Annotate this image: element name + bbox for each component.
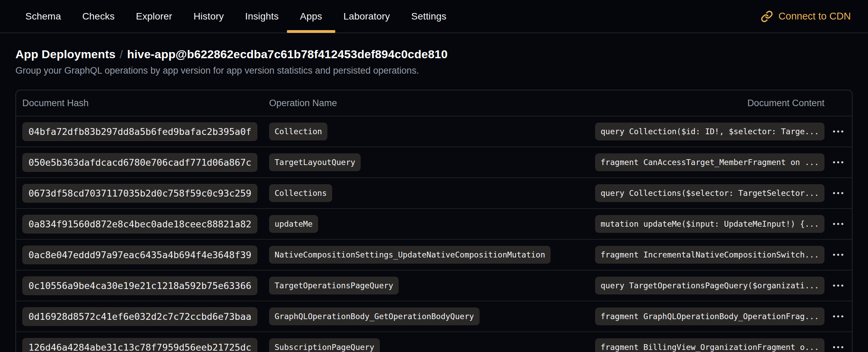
document-hash-pill: 04bfa72dfb83b297dd8a5b6fed9bafac2b395a0f xyxy=(22,122,257,141)
tab-laboratory[interactable]: Laboratory xyxy=(343,0,390,33)
document-content-pill: query Collections($selector: TargetSelec… xyxy=(595,184,824,202)
tab-apps[interactable]: Apps xyxy=(300,0,322,33)
breadcrumb-section[interactable]: App Deployments xyxy=(15,48,116,61)
table-row: 0c10556a9be4ca30e19e21c1218a592b75e63366… xyxy=(16,271,852,301)
table-row: 126d46a4284abe31c13c78f7959d56eeb21725dc… xyxy=(16,332,852,352)
row-menu-button[interactable] xyxy=(830,188,846,198)
tab-checks[interactable]: Checks xyxy=(82,0,115,33)
table-body: 04bfa72dfb83b297dd8a5b6fed9bafac2b395a0f… xyxy=(16,116,852,352)
operation-name-pill: NativeCompositionSettings_UpdateNativeCo… xyxy=(269,246,551,264)
operation-name-pill: SubscriptionPageQuery xyxy=(269,338,380,352)
document-content-pill: fragment GraphQLOperationBody_OperationF… xyxy=(595,307,824,325)
connect-to-cdn-label: Connect to CDN xyxy=(779,11,851,22)
ellipsis-horizontal-icon xyxy=(833,130,843,133)
breadcrumb: App Deployments/hive-app@b622862ecdba7c6… xyxy=(15,48,853,61)
table-header-row: Document Hash Operation Name Document Co… xyxy=(16,90,852,116)
document-hash-pill: 0673df58cd7037117035b2d0c758f59c0c93c259 xyxy=(22,184,257,203)
primary-nav: Schema Checks Explorer History Insights … xyxy=(25,0,446,33)
row-menu-button[interactable] xyxy=(830,250,846,260)
ellipsis-horizontal-icon xyxy=(833,315,843,317)
ellipsis-horizontal-icon xyxy=(833,223,843,225)
row-menu-button[interactable] xyxy=(830,342,846,352)
ellipsis-horizontal-icon xyxy=(833,285,843,287)
table-row: 0a834f91560d872e8c4bec0ade18ceec88821a82… xyxy=(16,209,852,240)
document-content-pill: query TargetOperationsPageQuery($organiz… xyxy=(595,277,824,294)
row-menu-button[interactable] xyxy=(830,219,846,229)
breadcrumb-separator: / xyxy=(120,48,123,61)
operation-name-pill: GraphQLOperationBody_GetOperationBodyQue… xyxy=(269,307,480,325)
table-row: 0673df58cd7037117035b2d0c758f59c0c93c259… xyxy=(16,178,852,209)
tab-settings[interactable]: Settings xyxy=(411,0,447,33)
row-menu-button[interactable] xyxy=(830,126,846,137)
tab-history[interactable]: History xyxy=(193,0,224,33)
operation-name-pill: Collection xyxy=(269,123,327,140)
ellipsis-horizontal-icon xyxy=(833,254,843,256)
document-hash-pill: 0d16928d8572c41ef6e032d2c7c72ccbd6e73baa xyxy=(22,307,257,326)
document-hash-pill: 126d46a4284abe31c13c78f7959d56eeb21725dc xyxy=(22,338,257,352)
document-content-pill: query Collection($id: ID!, $selector: Ta… xyxy=(595,123,824,140)
tab-explorer[interactable]: Explorer xyxy=(136,0,172,33)
deployments-table: Document Hash Operation Name Document Co… xyxy=(15,90,853,352)
tab-insights[interactable]: Insights xyxy=(245,0,279,33)
table-row: 0ac8e047eddd97a97eac6435a4b694f4e3648f39… xyxy=(16,240,852,271)
app-deployment-page: App Deployments/hive-app@b622862ecdba7c6… xyxy=(0,48,868,352)
column-header-document-content: Document Content xyxy=(747,98,824,109)
table-row: 050e5b363dafdcacd6780e706cadf771d06a867c… xyxy=(16,147,852,178)
operation-name-pill: Collections xyxy=(269,184,332,202)
column-header-operation-name: Operation Name xyxy=(269,98,584,109)
table-row: 04bfa72dfb83b297dd8a5b6fed9bafac2b395a0f… xyxy=(16,116,852,147)
ellipsis-horizontal-icon xyxy=(833,192,843,194)
operation-name-pill: TargetOperationsPageQuery xyxy=(269,277,399,294)
operation-name-pill: TargetLayoutQuery xyxy=(269,153,361,171)
document-content-pill: fragment CanAccessTarget_MemberFragment … xyxy=(595,153,824,171)
document-content-pill: fragment BillingView_OrganizationFragmen… xyxy=(595,338,824,352)
document-hash-pill: 0c10556a9be4ca30e19e21c1218a592b75e63366 xyxy=(22,276,257,295)
document-hash-pill: 0a834f91560d872e8c4bec0ade18ceec88821a82 xyxy=(22,215,257,234)
table-row: 0d16928d8572c41ef6e032d2c7c72ccbd6e73baa… xyxy=(16,301,852,332)
tab-schema[interactable]: Schema xyxy=(25,0,61,33)
document-content-pill: fragment IncrementalNativeCompositionSwi… xyxy=(595,246,824,264)
row-menu-button[interactable] xyxy=(830,157,846,167)
document-content-pill: mutation updateMe($input: UpdateMeInput!… xyxy=(595,215,824,233)
ellipsis-horizontal-icon xyxy=(833,161,843,163)
row-menu-button[interactable] xyxy=(830,280,846,291)
top-navigation: Schema Checks Explorer History Insights … xyxy=(0,0,868,33)
column-header-document-hash: Document Hash xyxy=(22,98,269,109)
page-subtitle: Group your GraphQL operations by app ver… xyxy=(15,65,853,76)
breadcrumb-app-id: hive-app@b622862ecdba7c61b78f412453def89… xyxy=(127,48,448,61)
row-menu-button[interactable] xyxy=(830,311,846,322)
document-hash-pill: 0ac8e047eddd97a97eac6435a4b694f4e3648f39 xyxy=(22,246,257,264)
connect-to-cdn-button[interactable]: Connect to CDN xyxy=(759,10,853,23)
ellipsis-horizontal-icon xyxy=(833,346,843,348)
link-icon xyxy=(761,10,773,23)
document-hash-pill: 050e5b363dafdcacd6780e706cadf771d06a867c xyxy=(22,153,257,172)
operation-name-pill: updateMe xyxy=(269,215,318,233)
